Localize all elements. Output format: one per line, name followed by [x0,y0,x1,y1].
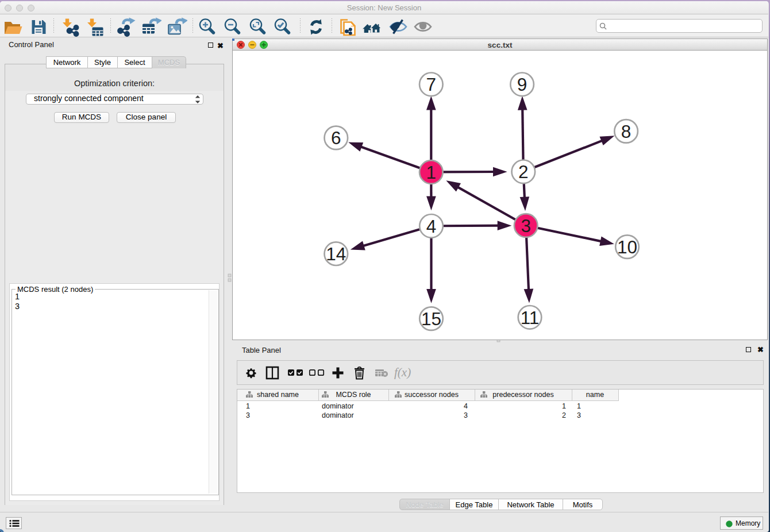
svg-text:15: 15 [421,309,441,329]
svg-text:10: 10 [617,237,637,257]
svg-text:6: 6 [331,128,341,148]
svg-text:3: 3 [521,215,531,236]
svg-text:4: 4 [426,216,437,237]
svg-text:8: 8 [621,121,632,142]
svg-text:9: 9 [517,74,528,95]
svg-text:14: 14 [326,244,346,264]
svg-text:7: 7 [426,74,437,95]
svg-text:11: 11 [521,307,540,328]
svg-text:1: 1 [426,162,437,183]
svg-text:2: 2 [518,161,529,182]
